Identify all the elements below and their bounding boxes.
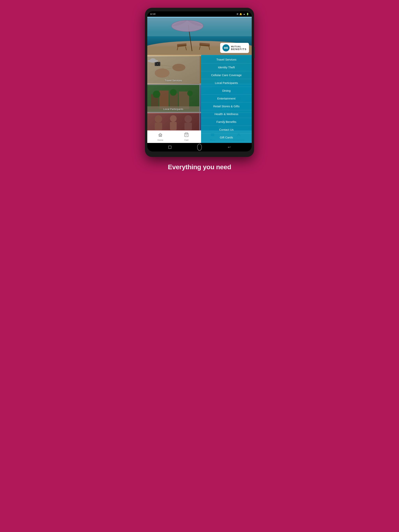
power-button (254, 47, 255, 58)
menu-item-offers[interactable]: Special Offers (201, 141, 252, 143)
screen-frame: 12:18 ⚙ 🔔 ▲ 🔋 (147, 11, 252, 152)
grid-cell-travel[interactable]: Travel Services (147, 56, 199, 84)
svg-text:MB: MB (224, 46, 228, 50)
nav-cart[interactable]: Cart (174, 131, 200, 143)
home-button[interactable] (197, 145, 202, 150)
tagline-text: Everything you need (168, 163, 231, 171)
logo-line2: BENEFITS (231, 48, 247, 51)
cart-icon (184, 133, 189, 138)
hero-banner: MB MUTUAL BENEFITS (147, 17, 252, 56)
status-bar: 12:18 ⚙ 🔔 ▲ 🔋 (147, 11, 252, 17)
status-icons: ⚙ 🔔 ▲ 🔋 (237, 13, 249, 15)
device-frame: 12:18 ⚙ 🔔 ▲ 🔋 (145, 8, 254, 157)
wifi-icon: ▲ (243, 13, 245, 15)
logo-line1: MUTUAL (231, 45, 247, 48)
battery-icon: 🔋 (246, 13, 249, 15)
navigation-dropdown: Travel Services Identity Theft Cellular … (201, 55, 252, 143)
menu-item-giftcards[interactable]: Gift Cards (201, 133, 252, 141)
svg-rect-53 (147, 113, 199, 130)
local-label: Local Participants (147, 108, 199, 111)
back-button[interactable]: ↩ (227, 145, 232, 150)
menu-item-dining[interactable]: Dining (201, 87, 252, 95)
notification-icon: 🔔 (239, 13, 242, 15)
grid-cell-local[interactable]: Local Participants (147, 84, 199, 113)
menu-item-travel[interactable]: Travel Services (201, 56, 252, 63)
menu-item-identity[interactable]: Identity Theft (201, 63, 252, 71)
home-label: Home (157, 139, 163, 141)
app-screen: MB MUTUAL BENEFITS (147, 17, 252, 143)
menu-item-retail[interactable]: Retail Stores & Gifts (201, 102, 252, 110)
android-navigation: ↩ (147, 143, 252, 152)
nav-home[interactable]: Home (147, 131, 174, 143)
time-display: 12:18 (150, 13, 155, 15)
cart-label: Cart (185, 139, 189, 141)
menu-item-family[interactable]: Family Benefits (201, 118, 252, 126)
svg-rect-58 (160, 136, 161, 137)
home-icon (158, 133, 163, 138)
recents-button[interactable] (167, 145, 172, 150)
settings-icon: ⚙ (237, 13, 238, 15)
menu-item-cellular[interactable]: Cellular Care Coverage (201, 71, 252, 79)
logo-icon: MB (223, 44, 230, 51)
menu-item-local[interactable]: Local Participants (201, 79, 252, 87)
travel-label: Travel Services (147, 79, 199, 82)
menu-item-entertainment[interactable]: Entertainment (201, 95, 252, 102)
logo-text: MUTUAL BENEFITS (231, 45, 247, 51)
grid-cell-people[interactable] (147, 113, 199, 130)
menu-item-contact[interactable]: Contact Us (201, 126, 252, 133)
menu-item-health[interactable]: Health & Wellness (201, 110, 252, 118)
brand-logo: MB MUTUAL BENEFITS (220, 43, 249, 53)
